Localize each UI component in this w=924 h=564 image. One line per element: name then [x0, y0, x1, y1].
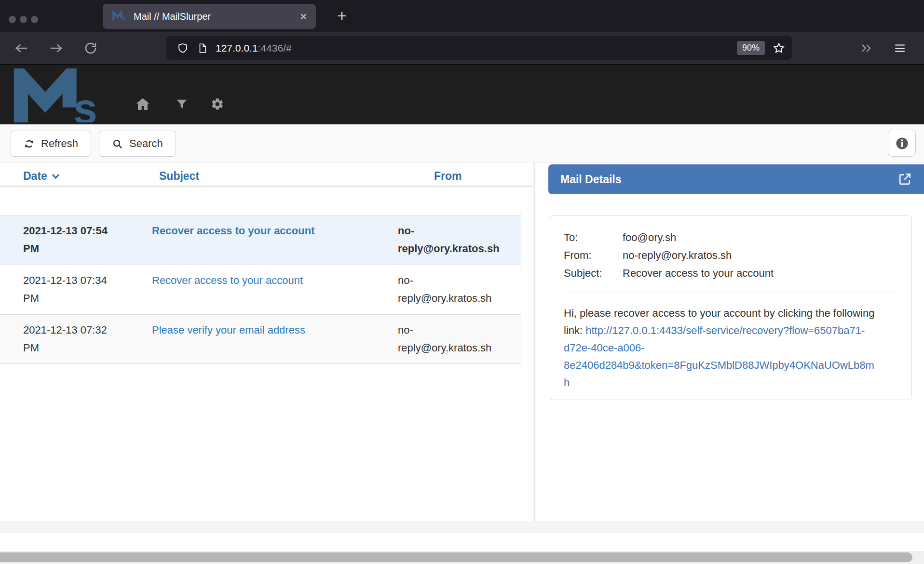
home-button[interactable]: [135, 96, 151, 112]
home-icon: [135, 96, 150, 112]
forward-button[interactable]: [45, 38, 67, 59]
mail-details-card: To: foo@ory.sh From: no-reply@ory.kratos…: [550, 215, 912, 400]
settings-button[interactable]: [209, 96, 226, 112]
refresh-icon: [24, 138, 35, 149]
bookmark-star-icon[interactable]: [773, 42, 785, 54]
horizontal-scrollbar[interactable]: [0, 551, 924, 564]
mail-from: no-reply@ory.kratos.sh: [398, 222, 499, 257]
filter-button[interactable]: [174, 96, 190, 112]
column-header-divider: [0, 186, 535, 187]
reload-icon: [83, 41, 98, 55]
mail-details-header: Mail Details: [548, 164, 924, 194]
window-control-dot[interactable]: [9, 16, 16, 23]
mail-date: 2021-12-13 07:54 PM: [23, 222, 122, 257]
card-divider: [564, 292, 898, 292]
mail-details-title: Mail Details: [548, 164, 924, 194]
page-info-icon[interactable]: [197, 42, 208, 54]
window-control-dot[interactable]: [20, 16, 27, 23]
mail-row[interactable]: 2021-12-13 07:32 PM Please verify your e…: [0, 314, 521, 364]
column-header-date[interactable]: Date: [23, 170, 60, 183]
svg-text:s: s: [122, 13, 125, 20]
toolbar-overflow-button[interactable]: [856, 38, 877, 59]
search-button-label: Search: [129, 137, 163, 150]
mailslurper-favicon-icon: s: [112, 11, 127, 22]
mail-list: 2021-12-13 07:54 PM Recover access to yo…: [0, 215, 521, 364]
tab-title: Mail // MailSlurper: [134, 11, 300, 22]
mail-date: 2021-12-13 07:32 PM: [23, 321, 122, 357]
sort-descending-chevron-icon: [52, 174, 60, 179]
mail-from: no-reply@ory.kratos.sh: [398, 271, 499, 307]
horizontal-scrollbar-thumb[interactable]: [0, 552, 912, 562]
info-button[interactable]: [888, 130, 916, 157]
refresh-button[interactable]: Refresh: [11, 131, 91, 157]
mailslurper-logo: s: [14, 68, 106, 124]
to-label: To:: [564, 228, 623, 246]
filter-icon: [176, 98, 188, 110]
svg-text:s: s: [73, 84, 97, 122]
url-text: 127.0.0.1:4436/#: [216, 42, 737, 54]
reload-button[interactable]: [80, 38, 101, 59]
forward-arrow-icon: [49, 41, 63, 55]
mail-subject-link[interactable]: Recover access to your account: [152, 225, 314, 237]
browser-window: s Mail // MailSlurper × + 127.0.0.1:4436…: [0, 0, 924, 564]
browser-tab-strip: s Mail // MailSlurper × +: [0, 0, 924, 32]
mailslurper-navbar: s: [0, 64, 924, 124]
actions-toolbar: Refresh Search: [0, 124, 924, 162]
bottom-band: [0, 522, 924, 533]
from-label: From:: [564, 246, 623, 264]
menu-button[interactable]: [889, 38, 910, 59]
mail-row[interactable]: 2021-12-13 07:34 PM Recover access to yo…: [0, 265, 521, 314]
browser-toolbar: 127.0.0.1:4436/# 90%: [0, 32, 924, 64]
search-button[interactable]: Search: [99, 131, 176, 157]
mail-row-selected[interactable]: 2021-12-13 07:54 PM Recover access to yo…: [0, 215, 521, 265]
mail-date: 2021-12-13 07:34 PM: [23, 271, 122, 307]
recovery-link[interactable]: http://127.0.0.1:4433/self-service/recov…: [564, 324, 874, 389]
url-host: 127.0.0.1: [216, 42, 258, 54]
column-header-date-label: Date: [23, 170, 47, 183]
panel-divider: [533, 162, 535, 533]
tab-close-icon[interactable]: ×: [300, 10, 307, 23]
hamburger-menu-icon: [894, 42, 906, 54]
subject-label: Subject:: [564, 264, 623, 282]
url-bar[interactable]: 127.0.0.1:4436/# 90%: [166, 36, 792, 60]
column-header-subject: Subject: [159, 170, 199, 183]
column-header-from-label: From: [434, 170, 462, 183]
search-icon: [112, 138, 123, 149]
mail-subject-link[interactable]: Please verify your email address: [152, 324, 305, 336]
refresh-button-label: Refresh: [41, 137, 78, 150]
column-header-from: From: [434, 170, 462, 183]
back-arrow-icon: [14, 41, 29, 55]
column-header-subject-label: Subject: [159, 170, 199, 183]
mail-body: Hi, please recover access to your accoun…: [564, 305, 877, 391]
browser-tab[interactable]: s Mail // MailSlurper ×: [103, 4, 316, 29]
double-chevron-icon: [859, 41, 873, 55]
window-control-dot[interactable]: [31, 16, 38, 23]
from-value: no-reply@ory.kratos.sh: [623, 246, 898, 264]
mail-from: no-reply@ory.kratos.sh: [398, 321, 499, 357]
gear-icon: [211, 97, 224, 111]
back-button[interactable]: [11, 38, 32, 59]
shield-icon[interactable]: [177, 42, 189, 54]
info-icon: [895, 136, 909, 150]
mail-subject-link[interactable]: Recover access to your account: [152, 274, 303, 286]
list-right-border: [521, 186, 521, 522]
open-in-new-window-button[interactable]: [898, 172, 912, 188]
window-controls[interactable]: [9, 16, 38, 23]
new-tab-button[interactable]: +: [332, 6, 352, 26]
to-value: foo@ory.sh: [623, 228, 898, 246]
subject-value: Recover access to your account: [623, 264, 898, 282]
zoom-level-badge[interactable]: 90%: [737, 41, 765, 55]
url-suffix: :4436/#: [258, 42, 292, 54]
external-link-icon: [898, 172, 912, 186]
